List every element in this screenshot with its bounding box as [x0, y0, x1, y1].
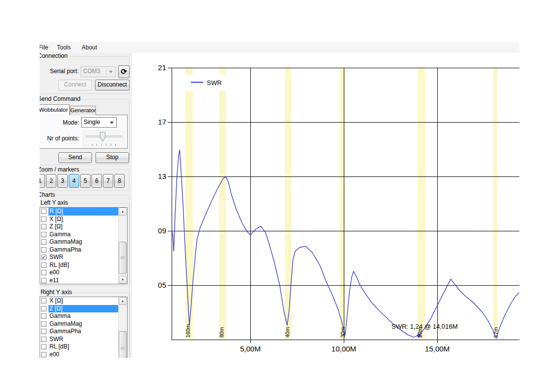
- chart-band-40m: [285, 68, 291, 340]
- item-label: RL [dB]: [48, 261, 119, 269]
- right-axis-item-gammapha[interactable]: GammaPha: [40, 328, 119, 336]
- left-axis-item-gamma[interactable]: Gamma: [40, 231, 119, 239]
- y-tick-label-21: 21: [158, 63, 166, 72]
- x-tick-label: 5,00M: [240, 345, 261, 353]
- nr-of-points-slider[interactable]: [83, 131, 125, 148]
- right-axis-item-x[interactable]: X [Ω]: [40, 297, 119, 305]
- item-label: e00: [48, 351, 119, 358]
- menu-bar: FileToolsAbout: [40, 42, 519, 53]
- right-axis-item-gammamag[interactable]: GammaMag: [40, 320, 119, 328]
- checkbox-x[interactable]: [41, 298, 46, 304]
- right-axis-item-rl-db[interactable]: RL [dB]: [40, 343, 119, 351]
- right-axis-item-gamma[interactable]: Gamma: [40, 312, 119, 320]
- checkbox-gammapha[interactable]: [41, 329, 46, 334]
- right-y-axis-label: Right Y axis: [40, 289, 73, 296]
- slider-tick: [101, 144, 102, 146]
- left-axis-item-x[interactable]: X [Ω]: [40, 216, 119, 223]
- checkbox-z[interactable]: [41, 224, 46, 229]
- right-list-scrollbar[interactable]: ▲ ▼: [118, 297, 127, 358]
- chart-band-label-80m: 80m: [219, 327, 225, 338]
- tab-generator[interactable]: Generator: [70, 106, 96, 115]
- checkbox-gammamag[interactable]: [41, 239, 46, 245]
- left-axis-item-swr[interactable]: ✓SWR: [40, 254, 119, 261]
- mode-value: Single: [84, 119, 100, 126]
- refresh-button[interactable]: ⟳: [118, 65, 130, 78]
- zoom-marker-button-1[interactable]: 1: [40, 174, 45, 188]
- scroll-up-icon[interactable]: ▲: [119, 208, 127, 216]
- right-axis-item-z[interactable]: Z [Ω]: [40, 305, 119, 313]
- zoom-marker-button-7[interactable]: 7: [103, 174, 113, 188]
- checkbox-x[interactable]: [41, 217, 46, 222]
- menu-item-about[interactable]: About: [82, 44, 97, 51]
- item-label: Gamma: [48, 312, 119, 320]
- connect-button[interactable]: Connect: [58, 80, 92, 90]
- checkbox-gamma[interactable]: [41, 232, 46, 237]
- charts-group-label: Charts: [40, 191, 56, 198]
- left-axis-item-r[interactable]: R [Ω]: [40, 208, 119, 216]
- tab-wobbulator[interactable]: Wobbulator: [40, 104, 70, 115]
- checkbox-rl-db[interactable]: [41, 262, 46, 268]
- checkbox-z[interactable]: [41, 306, 46, 311]
- checkbox-gammapha[interactable]: [41, 247, 46, 253]
- stop-button[interactable]: Stop: [95, 152, 129, 163]
- item-label: R [Ω]: [48, 208, 119, 216]
- chevron-down-icon: [110, 122, 114, 126]
- checkbox-e00[interactable]: [41, 270, 46, 275]
- legend-swr-label: SWR: [207, 79, 222, 87]
- zoom-marker-button-4[interactable]: 4: [69, 174, 79, 188]
- slider-thumb[interactable]: [100, 132, 105, 142]
- item-label: SWR: [48, 336, 119, 344]
- item-label: RL [dB]: [48, 343, 119, 351]
- left-axis-item-e00[interactable]: e00: [40, 269, 119, 277]
- left-y-axis-rows: R [Ω]X [Ω]Z [Ω]GammaGammaMagGammaPha✓SWR…: [40, 208, 119, 284]
- left-axis-item-gammapha[interactable]: GammaPha: [40, 246, 119, 254]
- checkbox-rl-db[interactable]: [41, 344, 46, 349]
- serial-port-combo[interactable]: COM3: [81, 66, 116, 77]
- left-y-axis-list: R [Ω]X [Ω]Z [Ω]GammaGammaMagGammaPha✓SWR…: [40, 207, 128, 284]
- item-label: Gamma: [48, 231, 119, 239]
- zoom-marker-button-3[interactable]: 3: [57, 174, 68, 188]
- zoom-marker-button-5[interactable]: 5: [80, 174, 91, 188]
- serial-port-value: COM3: [83, 68, 100, 75]
- zoom-marker-button-8[interactable]: 8: [114, 174, 125, 188]
- menu-item-tools[interactable]: Tools: [57, 44, 71, 51]
- slider-tick: [111, 144, 111, 146]
- send-button[interactable]: Send: [58, 152, 92, 163]
- zoom-marker-button-2[interactable]: 2: [46, 174, 56, 188]
- item-label: GammaMag: [48, 320, 119, 328]
- checkbox-e00[interactable]: [41, 352, 46, 357]
- item-label: X [Ω]: [48, 297, 119, 305]
- item-label: Z [Ω]: [48, 223, 119, 231]
- mode-combo[interactable]: Single: [81, 117, 117, 128]
- scroll-up-icon[interactable]: ▲: [119, 297, 127, 305]
- left-list-scrollbar[interactable]: ▲ ▼: [118, 208, 127, 284]
- left-axis-item-z[interactable]: Z [Ω]: [40, 223, 119, 231]
- right-axis-item-e00[interactable]: e00: [40, 351, 119, 358]
- item-label: SWR: [48, 254, 119, 261]
- checkbox-swr-checked[interactable]: ✓: [41, 255, 46, 260]
- checkbox-gamma[interactable]: [41, 313, 46, 319]
- marker-annotation: SWR: 1,24 @ 14,016M: [391, 323, 458, 330]
- slider-tick: [96, 144, 97, 146]
- left-axis-item-rl-db[interactable]: RL [dB]: [40, 261, 119, 269]
- item-label: GammaMag: [48, 238, 119, 246]
- scroll-thumb-grip: [121, 257, 125, 260]
- chart-band-label-40m: 40m: [284, 327, 290, 338]
- scroll-down-icon[interactable]: ▼: [119, 276, 127, 284]
- checkbox-swr[interactable]: [41, 337, 46, 342]
- scrollbar-thumb[interactable]: [119, 242, 127, 274]
- checkbox-r[interactable]: [41, 209, 46, 214]
- right-axis-item-swr[interactable]: SWR: [40, 336, 119, 344]
- scrollbar-thumb[interactable]: [119, 331, 127, 358]
- zoom-marker-button-6[interactable]: 6: [92, 174, 102, 188]
- connection-group-label: Connection: [40, 52, 69, 59]
- scroll-thumb-grip: [121, 347, 125, 350]
- disconnect-button[interactable]: Disconnect: [95, 80, 130, 90]
- menu-item-file[interactable]: File: [40, 44, 48, 51]
- checkbox-gammamag[interactable]: [41, 321, 46, 327]
- chart-band-17m: [493, 68, 498, 340]
- left-axis-item-gammamag[interactable]: GammaMag: [40, 238, 119, 246]
- left-axis-item-e11[interactable]: e11: [40, 277, 119, 285]
- item-label: Z [Ω]: [48, 305, 119, 313]
- checkbox-e11[interactable]: [41, 278, 46, 283]
